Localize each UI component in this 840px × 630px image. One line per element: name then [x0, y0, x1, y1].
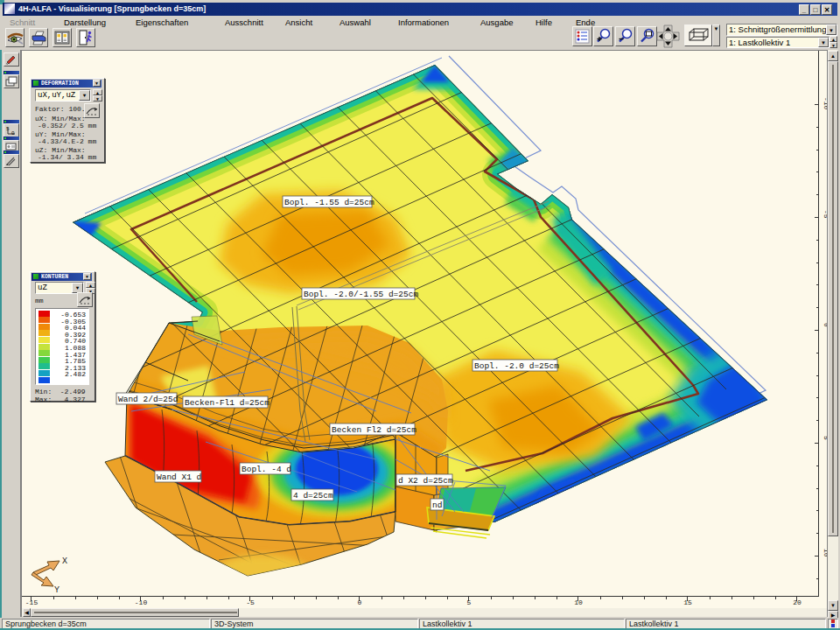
- svg-text:Bopl. -2.0/-1.55 d=25cm: Bopl. -2.0/-1.55 d=25cm: [304, 290, 418, 299]
- svg-text:Wand X1 d: Wand X1 d: [157, 472, 201, 482]
- svg-text:Bopl. -2.0 d=25cm: Bopl. -2.0 d=25cm: [474, 361, 559, 371]
- svg-text:Wand 2/d=25d: Wand 2/d=25d: [118, 395, 178, 404]
- svg-text:Becken-Fl1 d=25cm: Becken-Fl1 d=25cm: [185, 398, 270, 408]
- svg-text:Bopl. -1.55 d=25cm: Bopl. -1.55 d=25cm: [284, 198, 374, 207]
- svg-text:d X2 d=25cm: d X2 d=25cm: [398, 476, 453, 486]
- svg-text:Bopl. -4 d: Bopl. -4 d: [242, 465, 291, 474]
- svg-text:nd: nd: [432, 500, 442, 510]
- svg-text:X: X: [62, 556, 67, 566]
- svg-text:0: 0: [11, 130, 15, 136]
- svg-text:4 d=25cm: 4 d=25cm: [293, 491, 333, 500]
- svg-text:Y: Y: [54, 585, 60, 595]
- svg-text:Becken Fl2 d=25cm: Becken Fl2 d=25cm: [332, 425, 416, 435]
